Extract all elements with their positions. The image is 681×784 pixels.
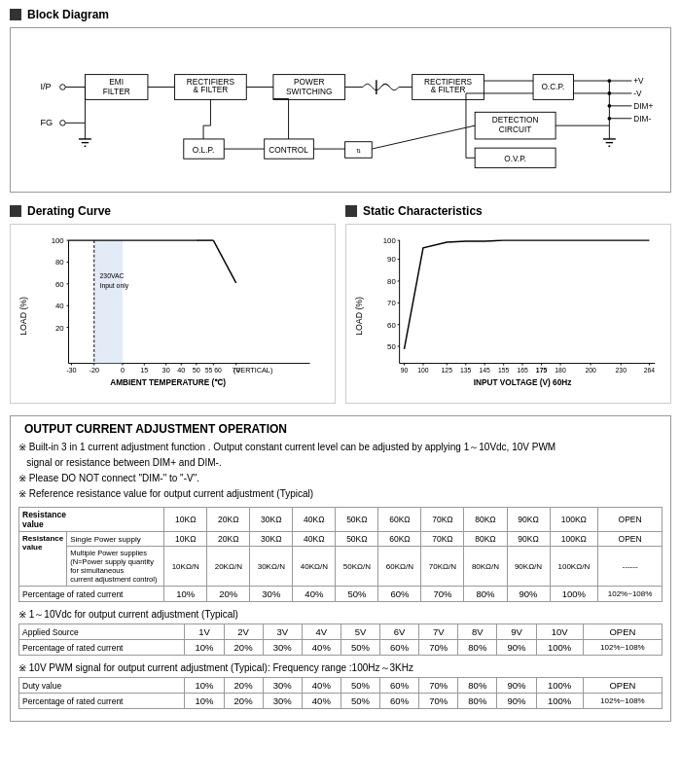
svg-text:230VAC: 230VAC	[100, 272, 125, 279]
svg-point-4	[60, 121, 66, 126]
svg-text:175: 175	[536, 367, 548, 374]
voltage-table-wrapper: Applied Source 1V 2V 3V 4V 5V 6V 7V 8V 9…	[18, 624, 663, 656]
svg-text:80: 80	[55, 258, 64, 267]
output-title: OUTPUT CURRENT ADJUSTMENT OPERATION	[18, 422, 663, 436]
voltage-table: Applied Source 1V 2V 3V 4V 5V 6V 7V 8V 9…	[18, 624, 663, 656]
svg-text:CONTROL: CONTROL	[269, 145, 308, 155]
svg-text:-30: -30	[66, 366, 77, 374]
svg-point-1	[60, 85, 66, 90]
svg-text:O.L.P.: O.L.P.	[193, 145, 214, 155]
svg-text:-20: -20	[89, 366, 99, 374]
svg-text:POWER: POWER	[294, 77, 324, 87]
svg-rect-107	[94, 240, 123, 363]
svg-text:125: 125	[442, 367, 453, 374]
svg-text:(VERTICAL): (VERTICAL)	[233, 366, 272, 374]
block-diagram-header: Block Diagram	[10, 8, 671, 21]
pwm-header-row: Duty value 10% 20% 30% 40% 50% 60% 70% 8…	[19, 678, 663, 694]
svg-line-66	[372, 125, 475, 149]
svg-line-113	[213, 240, 235, 283]
svg-text:⇅: ⇅	[356, 147, 361, 154]
svg-text:90: 90	[401, 367, 409, 374]
block-diagram-container: I/P FG EMI FILTER RECTIFIERS & FILTER	[10, 27, 671, 193]
block-diagram-title: Block Diagram	[27, 8, 109, 21]
svg-text:230: 230	[616, 367, 627, 374]
svg-text:15: 15	[140, 366, 148, 374]
derating-header: Derating Curve	[10, 204, 336, 218]
svg-text:40: 40	[177, 366, 185, 374]
svg-text:165: 165	[517, 367, 528, 374]
svg-text:80: 80	[387, 277, 396, 286]
svg-text:& FILTER: & FILTER	[431, 85, 466, 94]
pwm-table: Duty value 10% 20% 30% 40% 50% 60% 70% 8…	[18, 677, 663, 709]
output-section: OUTPUT CURRENT ADJUSTMENT OPERATION ※ Bu…	[10, 415, 671, 722]
note-3: ※ Please DO NOT connect "DIM-" to "-V".	[18, 471, 663, 485]
output-title-text: OUTPUT CURRENT ADJUSTMENT OPERATION	[24, 422, 287, 436]
svg-text:60: 60	[387, 321, 396, 330]
voltage-percent-row: Percentage of rated current 10% 20% 30% …	[19, 640, 663, 656]
svg-text:LOAD (%): LOAD (%)	[18, 297, 28, 336]
resistance-percent-row: Percentage of rated current 10% 20% 30% …	[19, 587, 663, 602]
pwm-table-wrapper: Duty value 10% 20% 30% 40% 50% 60% 70% 8…	[18, 677, 663, 709]
derating-square-icon	[10, 205, 21, 217]
svg-text:264: 264	[644, 367, 656, 374]
svg-text:60: 60	[55, 280, 64, 289]
svg-text:50: 50	[387, 342, 396, 351]
svg-text:DIM-: DIM-	[633, 114, 651, 124]
derating-title: Derating Curve	[27, 204, 111, 218]
svg-text:Input only: Input only	[100, 282, 129, 290]
svg-text:135: 135	[460, 367, 472, 374]
svg-text:I/P: I/P	[40, 82, 51, 91]
static-header: Static Characteristics	[345, 204, 671, 218]
svg-text:55 60: 55 60	[205, 367, 222, 374]
svg-text:INPUT VOLTAGE (V) 60Hz: INPUT VOLTAGE (V) 60Hz	[474, 378, 572, 387]
note-1: ※ Built-in 3 in 1 current adjustment fun…	[18, 440, 663, 454]
svg-text:FILTER: FILTER	[103, 87, 130, 96]
pwm-note: ※ 10V PWM signal for output current adju…	[18, 661, 663, 675]
derating-curve-section: Derating Curve LOAD (%) 100 80 60	[10, 204, 336, 404]
block-diagram-svg: I/P FG EMI FILTER RECTIFIERS & FILTER	[20, 36, 661, 184]
svg-text:DETECTION: DETECTION	[492, 115, 539, 125]
svg-text:CIRCUIT: CIRCUIT	[499, 125, 532, 134]
note-2: signal or resistance between DIM+ and DI…	[18, 455, 663, 470]
svg-text:O.V.P.: O.V.P.	[504, 154, 526, 163]
output-notes: ※ Built-in 3 in 1 current adjustment fun…	[18, 440, 663, 501]
svg-text:145: 145	[480, 367, 491, 374]
static-chart: LOAD (%) 100 90 80 70 60	[345, 224, 671, 404]
svg-text:200: 200	[585, 367, 596, 374]
resistance-table-wrapper: Resistancevalue 10KΩ 20KΩ 30KΩ 40KΩ 50KΩ…	[18, 507, 663, 602]
voltage-header-row: Applied Source 1V 2V 3V 4V 5V 6V 7V 8V 9…	[19, 624, 663, 640]
svg-text:155: 155	[498, 367, 510, 374]
voltage-note: ※ 1～10Vdc for output current adjustment …	[18, 608, 663, 622]
svg-text:0: 0	[121, 366, 125, 374]
svg-text:O.C.P.: O.C.P.	[541, 82, 564, 91]
svg-text:+V: +V	[633, 76, 644, 86]
derating-chart: LOAD (%) 100 80 60 40 20	[10, 224, 336, 404]
svg-text:EMI: EMI	[109, 77, 124, 87]
svg-text:100: 100	[52, 236, 65, 245]
block-diagram-section: Block Diagram I/P FG EMI FILTER	[10, 8, 671, 193]
static-title: Static Characteristics	[363, 204, 483, 218]
svg-text:LOAD (%): LOAD (%)	[354, 297, 364, 336]
svg-text:50: 50	[193, 366, 200, 374]
header-square-icon	[10, 9, 21, 20]
note-4: ※ Reference resistance value for output …	[18, 486, 663, 501]
pwm-percent-row: Percentage of rated current 10% 20% 30% …	[19, 694, 663, 709]
svg-text:30: 30	[162, 366, 170, 374]
svg-text:FG: FG	[40, 118, 53, 127]
static-char-section: Static Characteristics LOAD (%) 100 90 8…	[345, 204, 671, 404]
resistance-header-row: Resistancevalue 10KΩ 20KΩ 30KΩ 40KΩ 50KΩ…	[19, 508, 663, 532]
svg-text:90: 90	[387, 255, 396, 264]
derating-svg: LOAD (%) 100 80 60 40 20	[17, 231, 329, 397]
svg-text:DIM+: DIM+	[633, 101, 653, 111]
svg-text:AMBIENT TEMPERATURE (℃): AMBIENT TEMPERATURE (℃)	[110, 378, 226, 387]
svg-text:180: 180	[555, 367, 566, 374]
svg-text:100: 100	[383, 236, 397, 245]
svg-text:& FILTER: & FILTER	[194, 85, 229, 94]
svg-text:100: 100	[417, 367, 429, 374]
charts-row: Derating Curve LOAD (%) 100 80 60	[10, 204, 671, 404]
svg-text:SWITCHING: SWITCHING	[286, 87, 332, 96]
svg-text:70: 70	[387, 299, 396, 307]
single-power-row: Resistancevalue Single Power supply 10KΩ…	[19, 532, 663, 547]
static-svg: LOAD (%) 100 90 80 70 60	[352, 231, 664, 397]
svg-text:-V: -V	[633, 89, 642, 98]
